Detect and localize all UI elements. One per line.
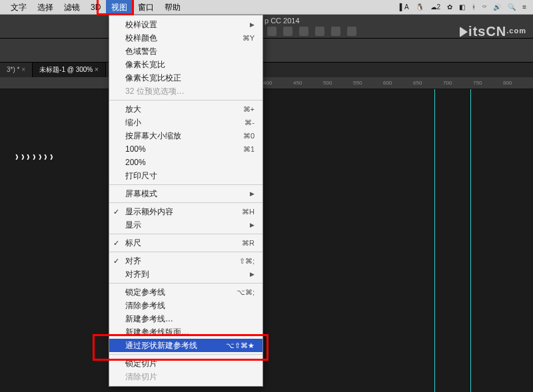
menu-item-校样设置[interactable]: 校样设置▶ (109, 18, 263, 31)
system-menubar: 文字选择滤镜3D视图窗口帮助 ▌A 🐧 ☁2 ✿ ◧ ᚼ ⌔ 🔊 🔍 ≡ (0, 0, 533, 15)
watermark-logo: itsCN.com (460, 24, 526, 39)
menu-item-打印尺寸[interactable]: 打印尺寸 (109, 169, 263, 182)
menu-item-label: 200% (125, 158, 255, 167)
tool-icon[interactable] (347, 27, 356, 36)
tool-icon[interactable] (315, 27, 324, 36)
menu-item-屏幕模式[interactable]: 屏幕模式▶ (109, 187, 263, 200)
menu-icon: ≡ (522, 3, 526, 11)
menu-item-标尺[interactable]: ✓标尺⌘R (109, 236, 263, 250)
tool-icon[interactable] (267, 27, 276, 36)
menu-item-清除参考线[interactable]: 清除参考线 (109, 299, 263, 312)
cloud-icon: ☁2 (430, 3, 441, 11)
menu-item-label: 通过形状新建参考线 (125, 340, 226, 351)
menu-滤镜[interactable]: 滤镜 (59, 0, 85, 15)
menubar-status-area: ▌A 🐧 ☁2 ✿ ◧ ᚼ ⌔ 🔊 🔍 ≡ (400, 3, 533, 11)
ruler-tick: 550 (353, 80, 362, 86)
ruler-tick: 450 (293, 80, 302, 86)
menu-item-label: 标尺 (125, 238, 228, 249)
menu-item-锁定切片[interactable]: 锁定切片 (109, 357, 263, 370)
menu-item-色域警告[interactable]: 色域警告 (109, 45, 263, 58)
menu-item-label: 对齐 (125, 256, 228, 267)
menu-item-label: 显示额外内容 (125, 206, 228, 218)
menu-item-label: 32 位预览选项… (125, 86, 255, 97)
menu-item-显示[interactable]: 显示▶ (109, 218, 263, 232)
checkmark-icon: ✓ (113, 208, 119, 216)
menu-item-label: 显示 (125, 220, 250, 231)
menu-item-按屏幕大小缩放[interactable]: 按屏幕大小缩放⌘0 (109, 129, 263, 142)
shortcut-label: ⌘R (228, 239, 255, 248)
menu-选择[interactable]: 选择 (32, 0, 59, 15)
menu-item-200%[interactable]: 200% (109, 156, 263, 169)
menu-item-label: 100% (125, 144, 228, 154)
ruler-tick: 600 (383, 80, 392, 86)
menu-item-label: 缩小 (125, 117, 228, 128)
menu-item-通过形状新建参考线[interactable]: 通过形状新建参考线⌥⇧⌘★ (109, 339, 263, 352)
close-tab-icon[interactable]: × (93, 66, 99, 73)
menu-item-label: 按屏幕大小缩放 (125, 130, 228, 142)
shortcut-label: ⌥⇧⌘★ (226, 341, 255, 350)
checkmark-icon: ✓ (113, 239, 119, 248)
close-tab-icon[interactable]: × (19, 66, 25, 73)
tool-icon[interactable] (299, 27, 308, 36)
menu-item-新建参考线…[interactable]: 新建参考线… (109, 312, 263, 325)
tool-icon[interactable] (283, 27, 292, 36)
menu-item-显示额外内容[interactable]: ✓显示额外内容⌘H (109, 205, 263, 218)
menu-separator (109, 202, 263, 203)
menu-separator (109, 234, 263, 234)
menu-item-对齐[interactable]: ✓对齐⇧⌘; (109, 254, 263, 268)
spotlight-icon: 🔍 (508, 3, 516, 11)
menu-item-label: 放大 (125, 104, 228, 115)
menu-separator (109, 184, 263, 185)
menu-item-label: 打印尺寸 (125, 170, 255, 182)
vertical-guide[interactable] (434, 89, 435, 392)
shortcut-label: ⌥⌘; (228, 288, 255, 297)
menu-item-锁定参考线[interactable]: 锁定参考线⌥⌘; (109, 286, 263, 299)
menu-item-label: 对齐到 (125, 269, 250, 280)
vertical-guide[interactable] (470, 89, 471, 392)
document-tab[interactable]: 3*) * × (0, 63, 33, 77)
canvas-area[interactable] (0, 89, 533, 392)
menu-item-像素长宽比校正[interactable]: 像素长宽比校正 (109, 71, 263, 85)
menu-item-对齐到[interactable]: 对齐到▶ (109, 268, 263, 281)
adobe-icon: ▌A (400, 3, 409, 11)
app-titlebar: p CC 2014 (0, 15, 533, 39)
view-menu-dropdown: 校样设置▶校样颜色⌘Y色域警告像素长宽比像素长宽比校正32 位预览选项…放大⌘+… (109, 15, 263, 387)
wifi-icon: ⌔ (482, 3, 486, 11)
menu-separator (109, 354, 263, 355)
submenu-arrow-icon: ▶ (250, 190, 255, 197)
shortcut-label: ⌘1 (228, 145, 255, 154)
submenu-arrow-icon: ▶ (250, 271, 255, 278)
options-bar (0, 39, 533, 63)
menu-separator (109, 283, 263, 284)
menu-窗口[interactable]: 窗口 (133, 0, 159, 15)
ruler-tick: 800 (503, 80, 512, 86)
shortcut-label: ⇧⌘; (228, 257, 255, 266)
menu-item-32 位预览选项…: 32 位预览选项… (109, 85, 263, 98)
ruler-tick: 500 (323, 80, 332, 86)
tool-icon[interactable] (331, 27, 340, 36)
shortcut-label: ⌘+ (228, 105, 255, 114)
menu-3D[interactable]: 3D (85, 0, 106, 15)
chevron-graphics: ››››››› (15, 148, 54, 164)
menu-帮助[interactable]: 帮助 (159, 0, 186, 15)
bluetooth-icon: ᚼ (472, 3, 476, 11)
menu-item-放大[interactable]: 放大⌘+ (109, 102, 263, 116)
ruler-tick: 400 (263, 80, 272, 86)
menu-item-缩小[interactable]: 缩小⌘- (109, 116, 263, 129)
menu-item-校样颜色[interactable]: 校样颜色⌘Y (109, 31, 263, 45)
camera-icon: ◧ (459, 3, 465, 11)
menu-item-像素长宽比[interactable]: 像素长宽比 (109, 58, 263, 71)
flower-icon: ✿ (447, 3, 452, 11)
ruler-tick: 700 (443, 80, 452, 86)
menu-文字[interactable]: 文字 (5, 0, 32, 15)
menu-item-100%[interactable]: 100%⌘1 (109, 142, 263, 156)
menu-item-label: 新建参考线版面… (125, 327, 255, 338)
menu-视图[interactable]: 视图 (106, 0, 133, 15)
menu-item-label: 校样设置 (125, 19, 250, 31)
document-tab[interactable]: 未标题-1 @ 300% × (33, 63, 106, 77)
menu-item-新建参考线版面…[interactable]: 新建参考线版面… (109, 325, 263, 339)
menu-item-label: 锁定参考线 (125, 287, 228, 298)
horizontal-ruler: 400450500550600650700750800850900 (0, 77, 533, 89)
shortcut-label: ⌘0 (228, 132, 255, 140)
menu-item-label: 校样颜色 (125, 33, 228, 44)
